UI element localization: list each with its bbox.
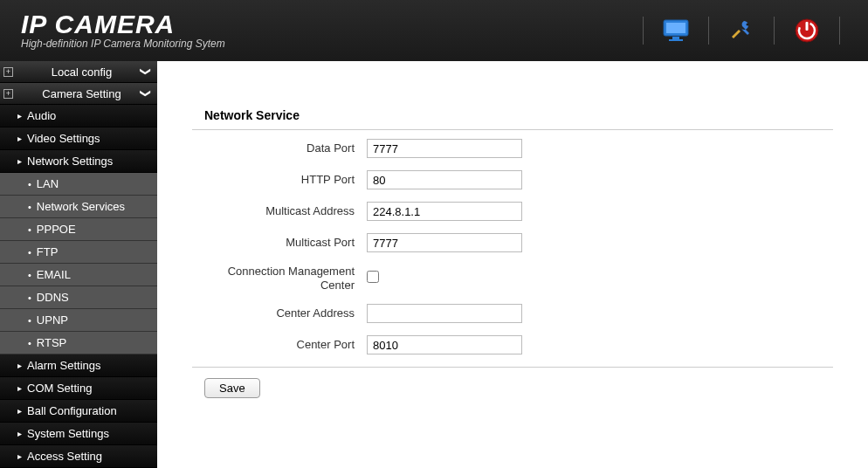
bullet-icon: •: [28, 179, 31, 189]
app-subtitle: High-definition IP Camera Monitoring Syt…: [21, 38, 225, 50]
app-title: IP CAMERA: [21, 11, 225, 38]
label-http-port: HTTP Port: [192, 173, 367, 187]
sidebar-item-access-setting[interactable]: ▸ Access Setting: [0, 445, 157, 468]
main-panel: Network Service Data Port HTTP Port Mult…: [157, 61, 868, 468]
separator: [643, 17, 644, 45]
sidebar-subitem-network-services[interactable]: • Network Services: [0, 196, 157, 218]
sidebar-item-video-settings[interactable]: ▸ Video Settings: [0, 127, 157, 150]
submenu-item-label: UPNP: [37, 313, 68, 327]
header-icons: [627, 14, 856, 47]
separator: [839, 17, 840, 45]
submenu-item-label: DDNS: [37, 291, 69, 304]
header-bar: IP CAMERA High-definition IP Camera Moni…: [0, 0, 868, 61]
tools-icon[interactable]: [725, 14, 758, 47]
sidebar-item-label: Alarm Settings: [27, 359, 101, 372]
sidebar-item-label: Video Settings: [27, 132, 100, 145]
sidebar-subitem-upnp[interactable]: • UPNP: [0, 309, 157, 332]
label-center-address: Center Address: [192, 306, 367, 320]
arrow-icon: ▸: [17, 451, 22, 461]
separator: [708, 17, 709, 45]
sidebar-item-ball-configuration[interactable]: ▸ Ball Configuration: [0, 400, 157, 423]
chevron-down-icon: ❯: [140, 67, 152, 76]
label-multicast-port: Multicast Port: [192, 236, 367, 250]
sidebar-item-label: COM Setting: [27, 382, 92, 395]
input-center-port[interactable]: [367, 335, 522, 354]
svg-point-4: [747, 24, 749, 26]
sidebar: + Local config ❯ + Camera Setting ❯ ▸ Au…: [0, 61, 157, 468]
sidebar-subitem-email[interactable]: • EMAIL: [0, 264, 157, 286]
sidebar-item-label: Network Settings: [27, 155, 113, 168]
arrow-icon: ▸: [17, 156, 22, 166]
submenu-item-label: Network Services: [37, 200, 125, 213]
label-center-port: Center Port: [192, 338, 367, 352]
input-center-address[interactable]: [367, 304, 522, 323]
arrow-icon: ▸: [17, 111, 22, 120]
sidebar-item-network-settings[interactable]: ▸ Network Settings: [0, 150, 157, 173]
expand-icon: +: [3, 67, 13, 77]
input-http-port[interactable]: [367, 170, 522, 189]
bullet-icon: •: [28, 315, 31, 326]
sidebar-item-alarm-settings[interactable]: ▸ Alarm Settings: [0, 354, 157, 377]
input-data-port[interactable]: [367, 139, 522, 158]
sidebar-subitem-ftp[interactable]: • FTP: [0, 241, 157, 264]
save-button[interactable]: Save: [204, 378, 260, 398]
label-conn-mgmt-center: Connection Management Center: [192, 265, 367, 292]
arrow-icon: ▸: [17, 406, 22, 416]
sidebar-subitem-ddns[interactable]: • DDNS: [0, 286, 157, 309]
label-multicast-address: Multicast Address: [192, 204, 367, 218]
sidebar-item-label: Audio: [27, 109, 56, 122]
arrow-icon: ▸: [17, 361, 22, 370]
divider: [192, 367, 833, 368]
bullet-icon: •: [28, 247, 31, 258]
sidebar-subitem-pppoe[interactable]: • PPPOE: [0, 218, 157, 241]
bullet-icon: •: [28, 270, 31, 280]
arrow-icon: ▸: [17, 383, 22, 393]
sidebar-item-label: System Settings: [27, 427, 109, 440]
bullet-icon: •: [28, 202, 31, 212]
submenu-item-label: RTSP: [37, 336, 66, 349]
divider: [192, 129, 833, 130]
chevron-down-icon: ❯: [140, 89, 152, 98]
submenu-item-label: FTP: [37, 245, 59, 258]
separator: [774, 17, 775, 45]
submenu-item-label: PPPOE: [37, 223, 76, 236]
power-icon[interactable]: [790, 14, 823, 47]
sidebar-item-com-setting[interactable]: ▸ COM Setting: [0, 377, 157, 400]
monitor-icon[interactable]: [659, 14, 692, 47]
label-data-port: Data Port: [192, 141, 367, 155]
bullet-icon: •: [28, 292, 31, 303]
bullet-icon: •: [28, 224, 31, 235]
arrow-icon: ▸: [17, 134, 22, 143]
sidebar-item-system-settings[interactable]: ▸ System Settings: [0, 423, 157, 445]
sidebar-subitem-rtsp[interactable]: • RTSP: [0, 332, 157, 354]
checkbox-conn-mgmt-center[interactable]: [367, 271, 379, 283]
svg-rect-1: [666, 23, 685, 33]
svg-rect-3: [669, 39, 683, 41]
input-multicast-port[interactable]: [367, 233, 522, 252]
sidebar-item-label: Access Setting: [27, 450, 102, 463]
sidebar-subitem-lan[interactable]: • LAN: [0, 173, 157, 196]
sidebar-group-local-config[interactable]: + Local config ❯: [0, 61, 157, 83]
arrow-icon: ▸: [17, 429, 22, 438]
svg-rect-2: [672, 37, 679, 39]
header-left: IP CAMERA High-definition IP Camera Moni…: [21, 11, 225, 50]
bullet-icon: •: [28, 338, 31, 348]
sidebar-item-audio[interactable]: ▸ Audio: [0, 105, 157, 127]
expand-icon: +: [3, 89, 13, 99]
input-multicast-address[interactable]: [367, 202, 522, 221]
svg-rect-7: [806, 22, 809, 31]
sidebar-group-camera-setting[interactable]: + Camera Setting ❯: [0, 83, 157, 105]
sidebar-item-label: Ball Configuration: [27, 404, 117, 417]
submenu-item-label: EMAIL: [37, 268, 71, 281]
section-title: Network Service: [204, 108, 833, 122]
submenu-item-label: LAN: [37, 177, 59, 190]
